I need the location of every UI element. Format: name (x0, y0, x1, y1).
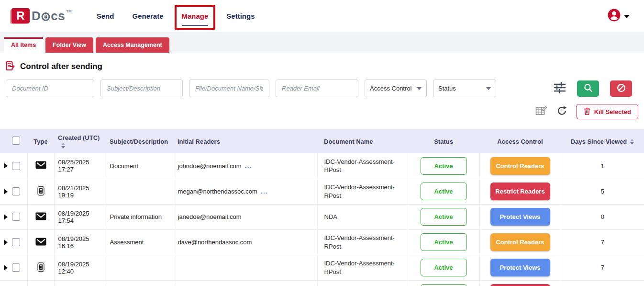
chevron-down-icon (417, 87, 422, 90)
access-control-button[interactable]: Restrict Readers (490, 284, 550, 286)
status-badge[interactable]: Active (421, 233, 467, 251)
column-created-label: Created (UTC) (58, 134, 100, 141)
refresh-button[interactable] (556, 105, 567, 118)
status-badge[interactable]: Active (421, 284, 467, 286)
logo-letter-d: D (32, 8, 41, 23)
created-cell: 08/25/2025 17:27 (54, 153, 107, 179)
created-cell: 08/19/2025 12:40 (54, 255, 107, 280)
row-expander-icon[interactable] (4, 265, 8, 271)
column-subject[interactable]: Subject/Description (107, 129, 176, 153)
user-account-menu[interactable] (608, 9, 630, 23)
row-checkbox[interactable] (12, 187, 20, 195)
table-row: 08/19/2025 16:16Assessmentdave@northenda… (0, 229, 644, 255)
nav-settings[interactable]: Settings (226, 12, 255, 20)
sort-arrows-icon[interactable] (630, 139, 634, 145)
subject-description-input[interactable] (100, 80, 183, 97)
created-cell: 08/19/2025 17:54 (54, 204, 107, 229)
days-since-viewed-cell: 0 (561, 204, 644, 229)
document-name-cell: IDC-Vendor-Assessment-RPost (317, 179, 408, 204)
row-expander-icon[interactable] (4, 240, 8, 245)
column-created[interactable]: Created (UTC) (54, 129, 107, 153)
reader-email-input[interactable] (276, 80, 358, 97)
table-body: 08/25/2025 17:27Documentjohndoe@noemail.… (0, 153, 644, 286)
documents-table: Type Created (UTC) Subject/Description I… (0, 129, 644, 286)
created-cell: 08/19/2025 16:16 (54, 229, 107, 255)
access-control-select-value: Access Control (370, 85, 411, 92)
days-since-viewed-cell: 5 (561, 179, 644, 204)
search-button[interactable] (577, 80, 599, 97)
row-checkbox[interactable] (12, 238, 20, 246)
column-document-name[interactable]: Document Name (317, 129, 408, 153)
status-badge[interactable]: Active (421, 183, 467, 200)
document-name-cell: IDC-Vendor-Assessment-RPost (317, 255, 408, 280)
clear-filters-button[interactable] (610, 80, 632, 97)
column-days-since-viewed[interactable]: Days Since Viewed (561, 129, 644, 153)
select-all-checkbox[interactable] (12, 137, 20, 145)
table-row: 08/21/2025 19:19megan@northendassoc.com.… (0, 179, 644, 204)
trash-icon (584, 107, 590, 116)
search-icon (584, 83, 593, 94)
initial-readers-cell: johndoe@noemail.com... (176, 153, 317, 179)
tab-all-items[interactable]: All Items (4, 37, 43, 53)
ban-icon (617, 83, 626, 94)
column-access-control[interactable]: Access Control (479, 129, 561, 153)
access-control-button[interactable]: Protect Views (490, 259, 550, 276)
logo-wordmark: D cs (32, 8, 65, 23)
days-since-viewed-cell: 7 (561, 255, 644, 280)
document-icon (36, 262, 45, 273)
rdocs-logo[interactable]: R D cs TM (11, 8, 72, 23)
sort-arrows-icon[interactable] (61, 143, 65, 149)
days-since-viewed-cell: 7 (561, 229, 644, 255)
column-type[interactable]: Type (27, 129, 54, 153)
row-checkbox[interactable] (12, 263, 20, 272)
nav-manage[interactable]: Manage (182, 12, 209, 20)
access-control-select[interactable]: Access Control (365, 80, 427, 97)
page-heading: Control after sending (6, 60, 644, 73)
document-id-input[interactable] (6, 80, 94, 97)
refresh-icon (556, 105, 567, 118)
control-after-sending-icon (6, 61, 16, 73)
advanced-filter-button[interactable] (554, 82, 566, 95)
row-expander-icon[interactable] (4, 214, 8, 220)
access-control-button[interactable]: Protect Views (490, 208, 550, 226)
row-checkbox[interactable] (12, 213, 20, 221)
status-select[interactable]: Status (433, 80, 496, 97)
initial-readers-cell: megan@northendassoc.com... (176, 179, 317, 204)
tab-access-management[interactable]: Access Management (96, 37, 169, 53)
table-header: Type Created (UTC) Subject/Description I… (0, 129, 644, 153)
slider-filter-icon (554, 82, 566, 95)
row-expander-icon[interactable] (4, 189, 8, 194)
export-button[interactable] (535, 105, 547, 118)
access-control-button[interactable]: Control Readers (490, 233, 550, 251)
more-readers-link[interactable]: ... (261, 188, 268, 195)
tab-folder-view[interactable]: Folder View (45, 37, 93, 53)
created-cell (54, 280, 107, 286)
status-badge[interactable]: Active (421, 157, 467, 175)
chevron-down-icon (486, 87, 491, 90)
status-badge[interactable]: Active (421, 208, 467, 226)
page-title: Control after sending (20, 62, 102, 71)
status-select-value: Status (438, 85, 456, 92)
access-control-button[interactable]: Control Readers (490, 157, 550, 175)
status-badge[interactable]: Active (421, 259, 467, 276)
more-readers-link[interactable]: ... (245, 162, 252, 170)
row-expander-icon[interactable] (4, 163, 8, 169)
logo-letters-cs: cs (51, 8, 65, 23)
document-name-cell: IDC-Vendor-Assessment-RPost (317, 229, 408, 255)
subject-cell (107, 179, 176, 204)
column-initial-readers[interactable]: Initial Readers (176, 129, 317, 153)
kill-selected-label: Kill Selected (594, 108, 631, 115)
document-icon (36, 185, 45, 196)
nav-generate[interactable]: Generate (132, 12, 163, 20)
row-checkbox[interactable] (12, 162, 20, 170)
envelope-icon (35, 238, 46, 246)
kill-selected-button[interactable]: Kill Selected (577, 104, 638, 119)
subject-cell: Private information (107, 204, 176, 229)
access-control-button[interactable]: Restrict Readers (490, 183, 550, 200)
top-navigation-bar: R D cs TM Send Generate Manage (0, 0, 644, 32)
table-row: 08/25/2025 17:27Documentjohndoe@noemail.… (0, 153, 644, 179)
days-since-viewed-cell: 1 (561, 153, 644, 179)
file-document-name-input[interactable] (189, 80, 269, 97)
column-status[interactable]: Status (408, 129, 479, 153)
nav-send[interactable]: Send (97, 12, 114, 20)
